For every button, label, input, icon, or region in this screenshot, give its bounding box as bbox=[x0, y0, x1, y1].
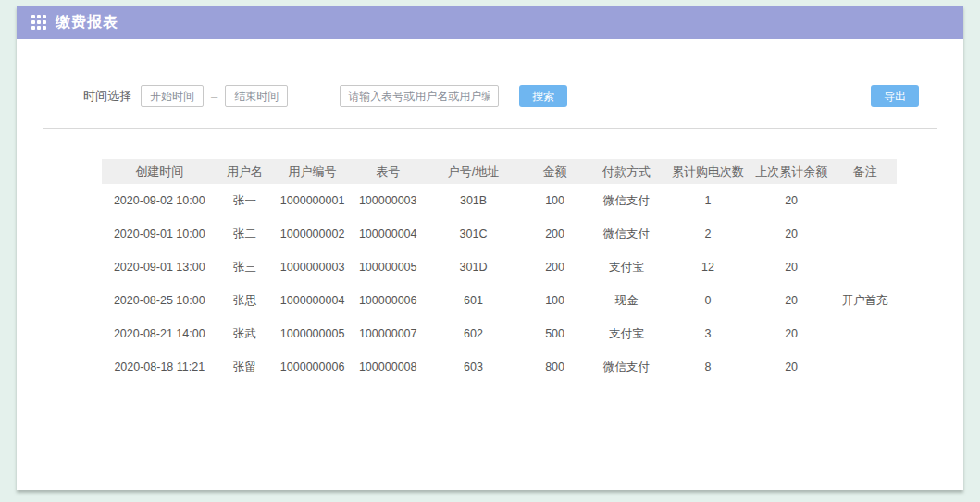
table-cell bbox=[833, 350, 897, 384]
table-cell: 微信支付 bbox=[587, 184, 666, 217]
table-cell: 1000000002 bbox=[273, 217, 353, 251]
table-cell: 支付宝 bbox=[587, 251, 666, 284]
table-cell: 603 bbox=[424, 350, 523, 384]
table-cell: 20 bbox=[750, 284, 833, 317]
page-title: 缴费报表 bbox=[56, 13, 118, 32]
table-cell: 张武 bbox=[217, 317, 273, 350]
table-cell: 100000008 bbox=[353, 350, 424, 384]
column-header: 付款方式 bbox=[587, 159, 666, 184]
start-time-input[interactable] bbox=[141, 85, 204, 107]
grid-icon bbox=[31, 15, 46, 30]
column-header: 备注 bbox=[833, 159, 897, 184]
end-time-input[interactable] bbox=[225, 85, 288, 107]
table-cell: 8 bbox=[666, 350, 750, 384]
card-header: 缴费报表 bbox=[17, 6, 963, 39]
table-cell bbox=[833, 251, 897, 284]
table-cell: 1000000003 bbox=[273, 251, 353, 284]
table-cell: 2020-08-21 14:00 bbox=[102, 317, 217, 350]
table-cell: 20 bbox=[750, 217, 833, 251]
table-cell: 1000000001 bbox=[273, 184, 353, 217]
table-cell: 2020-08-18 11:21 bbox=[102, 350, 217, 384]
table-cell: 2020-09-01 13:00 bbox=[102, 251, 217, 284]
column-header: 金额 bbox=[523, 159, 587, 184]
table-row: 2020-09-02 10:00张一1000000001100000003301… bbox=[102, 184, 897, 217]
table-cell: 20 bbox=[750, 350, 833, 384]
time-select-label: 时间选择 bbox=[83, 88, 131, 104]
table-cell: 301D bbox=[424, 251, 523, 284]
table-cell: 3 bbox=[666, 317, 750, 350]
export-button[interactable]: 导出 bbox=[871, 85, 919, 107]
table-cell: 1000000004 bbox=[273, 284, 353, 317]
table-row: 2020-08-18 11:21张留1000000006100000008603… bbox=[102, 350, 897, 384]
table-row: 2020-09-01 10:00张二1000000002100000004301… bbox=[102, 217, 897, 251]
report-card: 缴费报表 时间选择 – 搜索 导出 创建时间用户名用户编号表号户号/地址金额付款… bbox=[17, 6, 963, 490]
table-cell: 100000004 bbox=[353, 217, 424, 251]
table-cell: 微信支付 bbox=[587, 350, 666, 384]
table-cell: 2020-09-02 10:00 bbox=[102, 184, 217, 217]
table-cell: 2 bbox=[666, 217, 750, 251]
search-input[interactable] bbox=[340, 85, 499, 107]
column-header: 创建时间 bbox=[102, 159, 217, 184]
table-header: 创建时间用户名用户编号表号户号/地址金额付款方式累计购电次数上次累计余额备注 bbox=[102, 159, 897, 184]
table-cell: 开户首充 bbox=[833, 284, 897, 317]
table-cell: 张留 bbox=[217, 350, 273, 384]
table-body: 2020-09-02 10:00张一1000000001100000003301… bbox=[102, 184, 897, 384]
table-cell: 0 bbox=[666, 284, 750, 317]
table-cell: 200 bbox=[523, 251, 587, 284]
table-cell bbox=[833, 184, 897, 217]
table-cell: 支付宝 bbox=[587, 317, 666, 350]
column-header: 用户编号 bbox=[273, 159, 353, 184]
column-header: 上次累计余额 bbox=[750, 159, 833, 184]
column-header: 表号 bbox=[353, 159, 424, 184]
table-cell: 800 bbox=[523, 350, 587, 384]
table-cell: 张一 bbox=[217, 184, 273, 217]
table-cell: 2020-09-01 10:00 bbox=[102, 217, 217, 251]
table-cell: 2020-08-25 10:00 bbox=[102, 284, 217, 317]
filter-bar: 时间选择 – 搜索 导出 bbox=[43, 85, 937, 107]
table-cell bbox=[833, 217, 897, 251]
table-cell: 现金 bbox=[587, 284, 666, 317]
table-cell: 100000003 bbox=[353, 184, 424, 217]
table-cell: 张三 bbox=[217, 251, 273, 284]
table-cell: 100000006 bbox=[353, 284, 424, 317]
table-cell: 1000000006 bbox=[273, 350, 353, 384]
date-range-separator: – bbox=[211, 90, 217, 104]
table-cell: 100000007 bbox=[353, 317, 424, 350]
table-cell: 20 bbox=[750, 251, 833, 284]
table-cell: 601 bbox=[424, 284, 523, 317]
report-table: 创建时间用户名用户编号表号户号/地址金额付款方式累计购电次数上次累计余额备注 2… bbox=[102, 159, 897, 384]
column-header: 户号/地址 bbox=[424, 159, 523, 184]
report-table-container: 创建时间用户名用户编号表号户号/地址金额付款方式累计购电次数上次累计余额备注 2… bbox=[102, 159, 897, 384]
table-cell: 301C bbox=[424, 217, 523, 251]
table-row: 2020-08-21 14:00张武1000000005100000007602… bbox=[102, 317, 897, 350]
table-cell: 20 bbox=[750, 184, 833, 217]
table-cell: 微信支付 bbox=[587, 217, 666, 251]
table-cell: 301B bbox=[424, 184, 523, 217]
table-cell: 602 bbox=[424, 317, 523, 350]
table-cell: 100 bbox=[523, 284, 587, 317]
table-cell: 100000005 bbox=[353, 251, 424, 284]
table-cell: 1 bbox=[666, 184, 750, 217]
table-row: 2020-08-25 10:00张思1000000004100000006601… bbox=[102, 284, 897, 317]
table-cell: 500 bbox=[523, 317, 587, 350]
table-cell: 张二 bbox=[217, 217, 273, 251]
column-header: 累计购电次数 bbox=[666, 159, 750, 184]
search-button[interactable]: 搜索 bbox=[519, 85, 567, 107]
table-cell bbox=[833, 317, 897, 350]
table-cell: 20 bbox=[750, 317, 833, 350]
table-cell: 张思 bbox=[217, 284, 273, 317]
filter-divider bbox=[43, 128, 937, 129]
table-row: 2020-09-01 13:00张三1000000003100000005301… bbox=[102, 251, 897, 284]
table-cell: 12 bbox=[666, 251, 750, 284]
column-header: 用户名 bbox=[217, 159, 273, 184]
table-cell: 100 bbox=[523, 184, 587, 217]
table-cell: 1000000005 bbox=[273, 317, 353, 350]
table-cell: 200 bbox=[523, 217, 587, 251]
